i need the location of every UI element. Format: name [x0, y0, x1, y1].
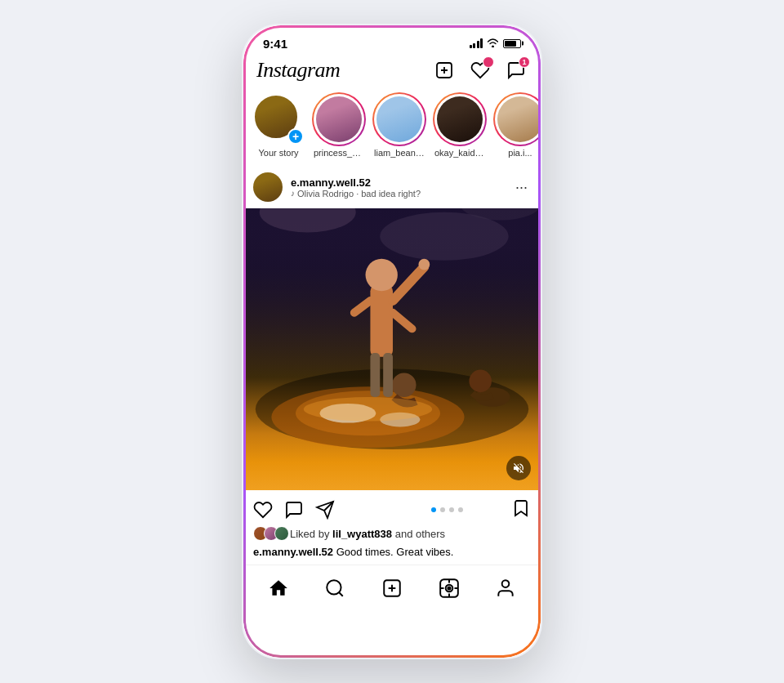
share-button[interactable] — [315, 500, 335, 520]
like-avatars — [253, 526, 285, 541]
princess-avatar-wrap[interactable] — [314, 94, 364, 145]
save-button[interactable] — [511, 498, 531, 521]
svg-rect-12 — [370, 284, 393, 357]
svg-point-3 — [260, 208, 356, 232]
dot-1 — [431, 507, 436, 512]
like-button[interactable] — [253, 500, 273, 520]
action-buttons-left — [253, 500, 382, 520]
your-story-label: Your story — [258, 148, 298, 158]
story-ring-inner-kaide — [434, 94, 485, 145]
post-more-button[interactable]: ··· — [512, 179, 531, 196]
mute-button[interactable] — [506, 456, 531, 480]
svg-point-32 — [448, 587, 450, 589]
caption-text: Good times. Great vibes. — [333, 546, 453, 558]
svg-point-10 — [469, 370, 492, 393]
wifi-icon — [487, 38, 499, 49]
story-ring-inner — [314, 94, 364, 145]
stories-row: + Your story princess_p... — [243, 89, 541, 166]
signal-bars-icon — [470, 38, 483, 48]
svg-line-26 — [339, 592, 343, 596]
music-note-icon: ♪ — [291, 189, 295, 198]
liked-by-user[interactable]: lil_wyatt838 — [332, 528, 392, 540]
kaide-avatar-wrap[interactable] — [434, 94, 485, 145]
story-ring-inner-liam — [374, 94, 425, 145]
app-header: Instagram — [243, 55, 541, 89]
dot-3 — [449, 507, 454, 512]
svg-point-25 — [327, 580, 341, 594]
post-author-avatar — [253, 172, 283, 202]
like-avatar-3 — [274, 526, 289, 541]
svg-line-16 — [393, 313, 412, 329]
post-likes: Liked by lil_wyatt838 and others — [243, 526, 541, 544]
kaide-avatar — [437, 96, 483, 142]
dot-2 — [440, 507, 445, 512]
caption-username[interactable]: e.manny.well.52 — [253, 546, 333, 558]
liam-avatar — [376, 96, 422, 142]
svg-line-17 — [354, 301, 371, 313]
add-post-button[interactable] — [433, 59, 456, 82]
comment-button[interactable] — [284, 500, 304, 520]
status-bar: 9:41 — [243, 25, 541, 55]
svg-point-11 — [392, 373, 416, 398]
messages-button[interactable]: 1 — [505, 59, 528, 82]
story-ring-inner-pia — [495, 94, 541, 145]
story-item-princess[interactable]: princess_p... — [314, 94, 364, 158]
header-icons: 1 — [433, 59, 528, 82]
phone-inner: 9:41 — [243, 25, 541, 658]
post-music-text: Olivia Rodrigo · bad idea right? — [297, 189, 421, 199]
post-user-info: e.manny.well.52 ♪ Olivia Rodrigo · bad i… — [291, 176, 512, 199]
post-image — [243, 208, 541, 490]
nav-home-button[interactable] — [261, 574, 296, 603]
liked-by-others: and others — [395, 528, 445, 540]
story-item-pia[interactable]: pia.i... — [495, 94, 541, 158]
svg-point-13 — [366, 259, 398, 291]
nav-reels-button[interactable] — [431, 574, 467, 603]
nav-search-button[interactable] — [317, 574, 353, 603]
status-icons — [470, 38, 522, 49]
svg-line-14 — [393, 267, 424, 301]
scene-figures — [243, 208, 541, 449]
story-ring — [312, 92, 366, 146]
likes-text: Liked by lil_wyatt838 and others — [290, 528, 445, 540]
story-item-your-story[interactable]: + Your story — [253, 94, 304, 158]
post-music: ♪ Olivia Rodrigo · bad idea right? — [291, 189, 512, 199]
princess-avatar — [316, 96, 362, 142]
svg-rect-18 — [370, 353, 380, 397]
story-ring-liam — [372, 92, 426, 146]
svg-point-15 — [418, 259, 430, 270]
svg-point-22 — [304, 397, 432, 422]
your-story-avatar-wrap[interactable]: + — [253, 94, 304, 145]
battery-icon — [503, 39, 521, 48]
nav-profile-button[interactable] — [488, 574, 523, 603]
post-actions — [243, 490, 541, 526]
kaide-story-label: okay_kaide... — [434, 148, 485, 158]
notifications-button[interactable] — [469, 59, 492, 82]
story-ring-pia — [493, 92, 541, 146]
svg-rect-19 — [383, 353, 393, 397]
story-item-kaide[interactable]: okay_kaide... — [434, 94, 485, 158]
pia-avatar — [497, 96, 541, 142]
story-item-liam[interactable]: liam_beanz... — [374, 94, 425, 158]
princess-story-label: princess_p... — [314, 148, 364, 158]
liam-story-label: liam_beanz... — [374, 148, 425, 158]
phone-frame: 9:41 — [241, 23, 543, 660]
pia-avatar-wrap[interactable] — [495, 94, 541, 145]
status-time: 9:41 — [263, 37, 287, 51]
post-header: e.manny.well.52 ♪ Olivia Rodrigo · bad i… — [243, 166, 541, 208]
liam-avatar-wrap[interactable] — [374, 94, 425, 145]
post-caption: e.manny.well.52 Good times. Great vibes. — [243, 544, 541, 565]
add-story-button[interactable]: + — [287, 128, 304, 145]
nav-create-button[interactable] — [374, 574, 410, 603]
carousel-dots — [382, 507, 511, 512]
bottom-nav — [243, 565, 541, 619]
pia-story-label: pia.i... — [508, 148, 532, 158]
likes-badge — [483, 56, 494, 68]
dot-4 — [458, 507, 463, 512]
svg-point-37 — [502, 580, 510, 587]
story-ring-kaide — [433, 92, 487, 146]
instagram-logo: Instagram — [256, 58, 340, 83]
messages-badge: 1 — [519, 56, 530, 68]
post-username[interactable]: e.manny.well.52 — [291, 176, 512, 189]
